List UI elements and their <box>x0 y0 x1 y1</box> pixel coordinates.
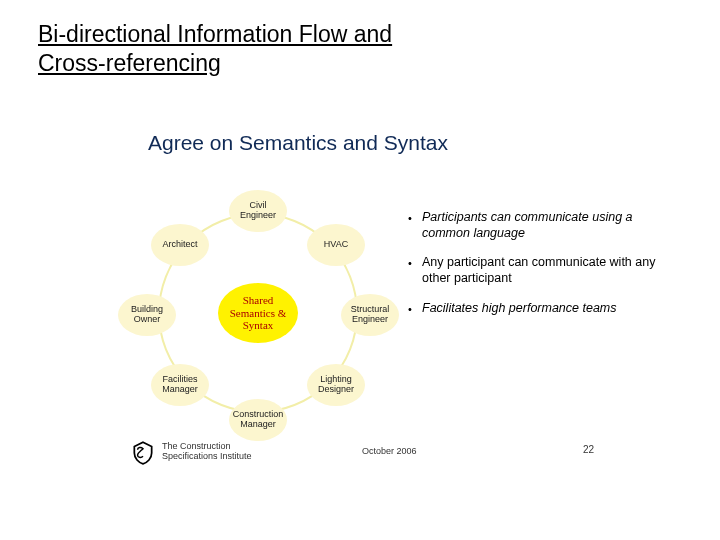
org-line-2: Specifications Institute <box>162 451 252 461</box>
title-line-1: Bi-directional Information Flow and <box>38 21 392 47</box>
footer-org: The Construction Specifications Institut… <box>162 442 252 462</box>
node-hvac: HVAC <box>307 224 365 266</box>
bullet-dot-icon: • <box>398 255 422 269</box>
node-construction-manager: Construction Manager <box>229 399 287 441</box>
bullet-text: Participants can communicate using a com… <box>422 210 663 241</box>
csi-logo-icon <box>130 440 156 466</box>
ring-diagram: Shared Semantics & Syntax Civil Engineer… <box>118 188 418 438</box>
bullet-dot-icon: • <box>398 301 422 315</box>
center-node: Shared Semantics & Syntax <box>218 283 298 343</box>
bullet-dot-icon: • <box>398 210 422 224</box>
slide-subtitle: Agree on Semantics and Syntax <box>148 131 448 155</box>
page-title: Bi-directional Information Flow and Cros… <box>38 20 682 78</box>
footer-page-number: 22 <box>583 444 594 455</box>
footer-date: October 2006 <box>362 446 417 456</box>
header: Bi-directional Information Flow and Cros… <box>0 0 720 78</box>
bullet-row: • Any participant can communicate with a… <box>398 255 663 286</box>
footer: The Construction Specifications Institut… <box>0 442 720 476</box>
bullet-list: • Participants can communicate using a c… <box>398 210 663 330</box>
node-structural-engineer: Structural Engineer <box>341 294 399 336</box>
node-civil-engineer: Civil Engineer <box>229 190 287 232</box>
title-line-2: Cross-referencing <box>38 50 221 76</box>
node-facilities-manager: Facilities Manager <box>151 364 209 406</box>
bullet-text: Facilitates high performance teams <box>422 301 663 317</box>
bullet-row: • Facilitates high performance teams <box>398 301 663 317</box>
bullet-row: • Participants can communicate using a c… <box>398 210 663 241</box>
node-building-owner: Building Owner <box>118 294 176 336</box>
bullet-text: Any participant can communicate with any… <box>422 255 663 286</box>
node-architect: Architect <box>151 224 209 266</box>
org-line-1: The Construction <box>162 441 231 451</box>
node-lighting-designer: Lighting Designer <box>307 364 365 406</box>
